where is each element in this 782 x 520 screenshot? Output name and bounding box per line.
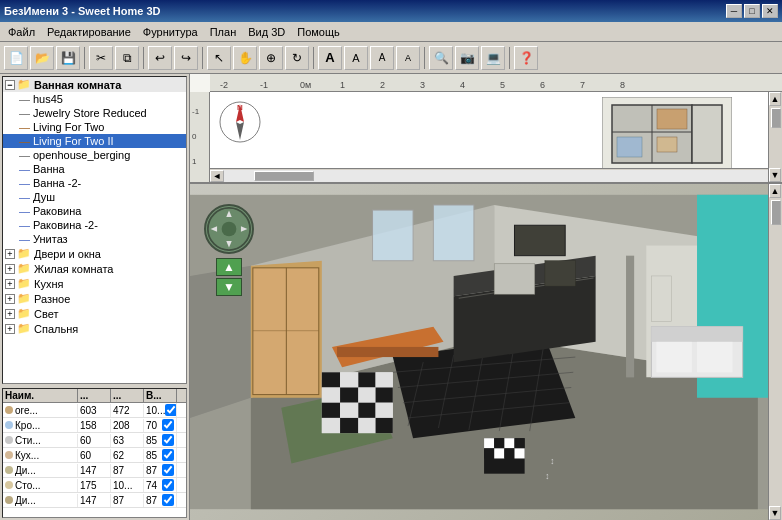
tree-item-doors[interactable]: + 📁 Двери и окна: [3, 246, 186, 261]
open-button[interactable]: 📂: [30, 46, 54, 70]
menu-plan[interactable]: План: [204, 24, 243, 40]
row-checkbox[interactable]: [162, 494, 174, 506]
zoom-controls[interactable]: ▲ ▼: [204, 258, 254, 296]
zoom-tool[interactable]: ⊕: [259, 46, 283, 70]
tree-item-vanna2[interactable]: — Ванна -2-: [3, 176, 186, 190]
svg-rect-60: [651, 327, 742, 342]
scroll-thumb-v2d[interactable]: [771, 108, 781, 128]
text-btn-3[interactable]: A: [370, 46, 394, 70]
scroll-thumb-v3d[interactable]: [771, 200, 781, 225]
tree-label-living-room: Жилая комната: [34, 263, 113, 275]
item-icon: —: [19, 219, 30, 231]
rotate-tool[interactable]: ↻: [285, 46, 309, 70]
table-row[interactable]: Кро... 158 208 70: [3, 418, 186, 433]
table-row[interactable]: Сто... 175 10... 74: [3, 478, 186, 493]
svg-rect-9: [657, 109, 687, 129]
table-row[interactable]: Сти... 60 63 85: [3, 433, 186, 448]
table-row[interactable]: Ди... 147 87 87: [3, 493, 186, 508]
minimize-button[interactable]: ─: [726, 4, 742, 18]
zoom-in-3d[interactable]: ▲: [216, 258, 242, 276]
svg-rect-74: [504, 448, 514, 458]
tree-item-misc[interactable]: + 📁 Разное: [3, 291, 186, 306]
text-btn-2[interactable]: A: [344, 46, 368, 70]
tree-item-vanna1[interactable]: — Ванна: [3, 162, 186, 176]
scroll-down-3d-btn[interactable]: ▼: [769, 506, 781, 520]
nav-circle[interactable]: [204, 204, 254, 254]
row-checkbox[interactable]: [162, 449, 174, 461]
col-v2: ...: [111, 389, 144, 402]
view-2d-canvas[interactable]: N: [210, 92, 782, 182]
select-tool[interactable]: ↖: [207, 46, 231, 70]
table-row[interactable]: ore... 603 472 10...: [3, 403, 186, 418]
tree-item-rakovina2[interactable]: — Раковина -2-: [3, 218, 186, 232]
table-row[interactable]: Ди... 147 87 87: [3, 463, 186, 478]
tree-item-living-room[interactable]: + 📁 Жилая комната: [3, 261, 186, 276]
save-button[interactable]: 💾: [56, 46, 80, 70]
tree-item-rakovina1[interactable]: — Раковина: [3, 204, 186, 218]
text-btn-4[interactable]: A: [396, 46, 420, 70]
ruler-mark: 3: [420, 80, 425, 90]
table-row[interactable]: Кух... 60 62 85: [3, 448, 186, 463]
svg-text:↕: ↕: [545, 471, 550, 481]
menu-view3d[interactable]: Вид 3D: [242, 24, 291, 40]
scroll-down-btn[interactable]: ▼: [769, 168, 781, 182]
tree-item-living2[interactable]: — Living For Two II: [3, 134, 186, 148]
expand-living[interactable]: +: [5, 264, 15, 274]
tree-item-openhouse[interactable]: — openhouse_berging: [3, 148, 186, 162]
menu-edit[interactable]: Редактирование: [41, 24, 137, 40]
help-button[interactable]: ❓: [514, 46, 538, 70]
view-3d[interactable]: ↕ ↕: [190, 184, 782, 520]
expand-bathroom[interactable]: −: [5, 80, 15, 90]
expand-kitchen[interactable]: +: [5, 279, 15, 289]
tree-item-living1[interactable]: — Living For Two: [3, 120, 186, 134]
view-2d[interactable]: -2 -1 0м 1 2 3 4 5 6 7 8 -1 0 1: [190, 74, 782, 184]
tree-item-unitaz[interactable]: — Унитаз: [3, 232, 186, 246]
scrollbar-vertical-3d[interactable]: ▲ ▼: [768, 184, 782, 520]
scrollbar-vertical-2d[interactable]: ▲ ▼: [768, 92, 782, 182]
3d-nav-control[interactable]: ▲ ▼: [204, 204, 254, 254]
row-checkbox[interactable]: [165, 404, 177, 416]
text-btn-1[interactable]: A: [318, 46, 342, 70]
scroll-left-btn[interactable]: ◄: [210, 170, 224, 182]
scroll-up-3d-btn[interactable]: ▲: [769, 184, 781, 198]
tree-item-bathroom[interactable]: − 📁 Ванная комната: [3, 77, 186, 92]
pan-tool[interactable]: ✋: [233, 46, 257, 70]
svg-rect-49: [340, 418, 358, 433]
window-controls[interactable]: ─ □ ✕: [726, 4, 778, 18]
menu-furniture[interactable]: Фурнитура: [137, 24, 204, 40]
expand-bedroom[interactable]: +: [5, 324, 15, 334]
zoom-out-3d[interactable]: ▼: [216, 278, 242, 296]
new-button[interactable]: 📄: [4, 46, 28, 70]
expand-misc[interactable]: +: [5, 294, 15, 304]
tree-item-jewelry[interactable]: — Jewelry Store Reduced: [3, 106, 186, 120]
tree-item-bedroom[interactable]: + 📁 Спальня: [3, 321, 186, 336]
close-button[interactable]: ✕: [762, 4, 778, 18]
tree-item-hus45[interactable]: — hus45: [3, 92, 186, 106]
row-checkbox[interactable]: [162, 479, 174, 491]
tree-item-kitchen[interactable]: + 📁 Кухня: [3, 276, 186, 291]
tree-item-dush[interactable]: — Душ: [3, 190, 186, 204]
scrollbar-horizontal[interactable]: ◄ ►: [210, 168, 782, 182]
menu-file[interactable]: Файл: [2, 24, 41, 40]
row-checkbox[interactable]: [162, 464, 174, 476]
redo-button[interactable]: ↪: [174, 46, 198, 70]
svg-rect-64: [373, 210, 414, 261]
tree-item-light[interactable]: + 📁 Свет: [3, 306, 186, 321]
expand-doors[interactable]: +: [5, 249, 15, 259]
maximize-button[interactable]: □: [744, 4, 760, 18]
furniture-tree[interactable]: − 📁 Ванная комната — hus45 — Jewelry Sto…: [2, 76, 187, 384]
zoom-in-button[interactable]: 🔍: [429, 46, 453, 70]
row-checkbox[interactable]: [162, 419, 174, 431]
scroll-up-btn[interactable]: ▲: [769, 92, 781, 106]
cut-button[interactable]: ✂: [89, 46, 113, 70]
menu-help[interactable]: Помощь: [291, 24, 346, 40]
undo-button[interactable]: ↩: [148, 46, 172, 70]
camera-button[interactable]: 📷: [455, 46, 479, 70]
copy-button[interactable]: ⧉: [115, 46, 139, 70]
svg-rect-58: [545, 261, 575, 286]
expand-light[interactable]: +: [5, 309, 15, 319]
scroll-thumb-h[interactable]: [254, 171, 314, 181]
svg-rect-44: [322, 403, 340, 418]
3d-button[interactable]: 💻: [481, 46, 505, 70]
row-checkbox[interactable]: [162, 434, 174, 446]
